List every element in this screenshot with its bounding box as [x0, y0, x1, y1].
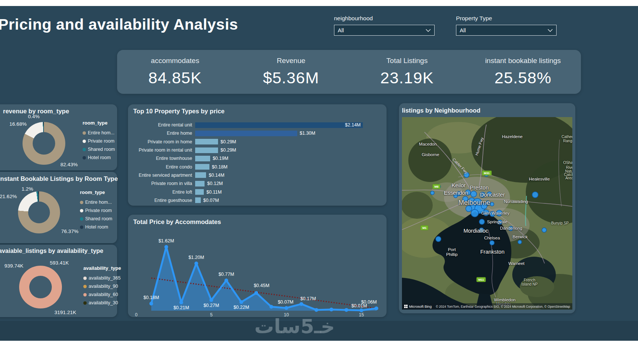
legend-item[interactable]: availability_60: [83, 290, 121, 299]
data-point[interactable]: [330, 308, 333, 311]
map-place-label: Phillip: [446, 252, 458, 257]
listing-bubble[interactable]: [471, 191, 477, 197]
kpi-value: $5.36M: [233, 69, 349, 87]
donut-avaiable_listings_by_availability_type[interactable]: [19, 266, 62, 308]
panel-top10-property-types: Top 10 Property Types by price Entire re…: [128, 104, 387, 206]
listing-bubble[interactable]: [490, 202, 494, 206]
bar-value-label: $0.29M: [221, 147, 236, 153]
panel-listings-by-neighbourhood: listings by Neighbourhood: [399, 103, 575, 313]
data-point[interactable]: [194, 262, 198, 265]
legend-swatch: [83, 277, 87, 280]
data-point[interactable]: [149, 302, 153, 305]
donut-instant_bookable_by_room_type[interactable]: [18, 191, 60, 233]
data-point[interactable]: [345, 308, 348, 312]
legend-item[interactable]: availability_30: [83, 299, 121, 307]
kpi-instant-bookable: instant bookable listings 25.58%: [465, 57, 581, 87]
data-point[interactable]: [360, 308, 363, 312]
bar-row: Private room in rental unit$0.29M: [128, 146, 387, 154]
data-point[interactable]: [254, 291, 258, 295]
bar-value-label: $0.11M: [206, 190, 222, 195]
legend-item[interactable]: Shared room: [80, 215, 112, 223]
map-place-label: Glen Waverley: [482, 211, 510, 215]
donut-revenue_by_room_type[interactable]: [23, 122, 65, 165]
legend-label: Entire hom...: [85, 200, 112, 205]
chart-title: Top 10 Property Types by price: [133, 108, 224, 115]
data-label: 76.37%: [61, 229, 78, 234]
bar-category-label: Private room in home: [128, 139, 195, 144]
legend-swatch: [80, 209, 83, 212]
bar[interactable]: $2.14M: [195, 122, 363, 128]
map-place-label: Keilor: [451, 182, 465, 188]
bar-track: $1.30M: [195, 131, 387, 136]
listing-bubble[interactable]: [471, 209, 478, 217]
microsoft-logo-icon: [404, 305, 408, 308]
legend-item[interactable]: Hotel room: [83, 153, 115, 162]
legend-item[interactable]: Entire hom...: [80, 198, 112, 206]
data-point[interactable]: [269, 305, 273, 309]
bar-value-label: $0.29M: [221, 139, 236, 144]
bar-category-label: Private room in villa: [128, 181, 195, 186]
legend-item[interactable]: Private room: [83, 137, 115, 145]
legend-item[interactable]: availability_90: [83, 282, 121, 290]
map-place-label: Mordialloc: [463, 228, 488, 234]
data-point[interactable]: [239, 300, 243, 304]
data-label: $0.06M: [361, 299, 377, 305]
bar[interactable]: [195, 139, 218, 144]
listing-bubble[interactable]: [430, 191, 434, 195]
bar-value-label: $2.14M: [345, 122, 361, 128]
legend-item[interactable]: Hotel room: [80, 223, 112, 231]
legend: availability_typeavailability_365availab…: [83, 265, 121, 307]
bing-logo: Microsoft Bing: [404, 304, 432, 308]
property-type-dropdown[interactable]: All: [456, 25, 557, 36]
bar[interactable]: [195, 164, 209, 170]
map-place-label: Nunawading: [504, 199, 528, 204]
bar[interactable]: [195, 131, 297, 136]
data-point[interactable]: [284, 306, 288, 310]
watermark: خـ5سات: [246, 315, 343, 338]
map-place-label: Port: [448, 247, 456, 252]
bar[interactable]: [195, 197, 201, 203]
legend-item[interactable]: Private room: [80, 206, 112, 215]
kpi-card: accommodates 84.85K Revenue $5.36M Total…: [117, 50, 581, 94]
data-point[interactable]: [314, 308, 318, 312]
bar[interactable]: [195, 189, 204, 195]
kpi-total-listings: Total Listings 23.19K: [349, 57, 465, 87]
map-place-label: Range S: [563, 139, 572, 143]
map-place-label: Melbourne: [458, 199, 490, 207]
kpi-label: accommodates: [117, 57, 233, 65]
data-point[interactable]: [375, 307, 378, 310]
legend-item[interactable]: Shared room: [83, 145, 115, 153]
neighbourhood-dropdown[interactable]: All: [334, 25, 435, 36]
data-label: $0.18M: [143, 295, 159, 300]
map-attribution: Microsoft Bing © 2024 TomTom, Earthstar …: [402, 303, 572, 310]
data-label: 16.68%: [9, 121, 27, 127]
listing-bubble[interactable]: [479, 219, 485, 224]
map[interactable]: MacedonGisborneHazeldeneHealesvilleKeilo…: [402, 117, 572, 310]
map-place-label: Doncaster: [480, 192, 505, 198]
data-point[interactable]: [209, 298, 213, 302]
bar[interactable]: [195, 156, 210, 161]
bar[interactable]: [195, 181, 205, 187]
data-label: 3191.21K: [54, 310, 76, 315]
listing-bubble[interactable]: [436, 236, 441, 242]
kpi-label: instant bookable listings: [465, 57, 581, 65]
legend-item[interactable]: availability_365: [83, 274, 121, 282]
kpi-label: Revenue: [233, 57, 349, 65]
bar[interactable]: [195, 172, 206, 178]
bar-track: $2.14M: [195, 122, 387, 128]
legend: room_typeEntire hom...Private roomShared…: [83, 120, 115, 162]
data-label: $0.77M: [218, 272, 234, 277]
listing-bubble[interactable]: [490, 241, 494, 245]
legend-item[interactable]: Entire hom...: [83, 129, 115, 137]
data-point[interactable]: [164, 245, 168, 249]
data-point[interactable]: [179, 301, 183, 304]
data-label: 1.2%: [22, 186, 33, 192]
data-point[interactable]: [299, 302, 303, 306]
listing-bubble[interactable]: [518, 240, 522, 244]
listing-bubble[interactable]: [532, 192, 538, 198]
bar[interactable]: [195, 147, 218, 153]
data-label: 0.4%: [28, 114, 40, 119]
kpi-value: 25.58%: [465, 69, 581, 87]
listing-bubble[interactable]: [542, 228, 546, 232]
data-point[interactable]: [224, 278, 228, 282]
